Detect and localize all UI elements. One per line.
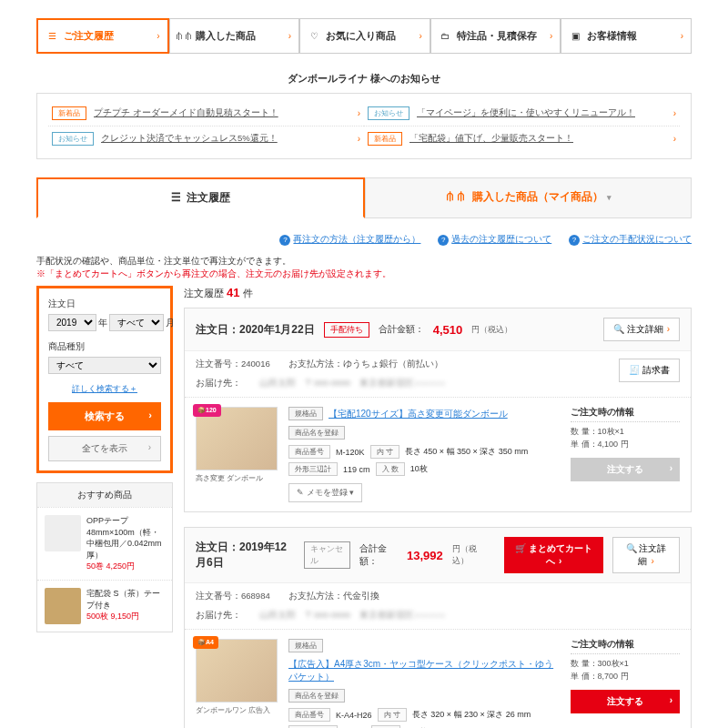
recommend-panel: おすすめ商品 OPPテープ 48mm×100m（軽・中梱包用／0.042mm厚）… xyxy=(36,482,173,632)
side-qty: 数 量：300枚×1 xyxy=(571,658,680,671)
nav-label: 特注品・見積保存 xyxy=(457,29,544,43)
notice-item[interactable]: お知らせクレジット決済でキャッシュレス5%還元！› xyxy=(48,126,364,151)
product-main: 規格品 【宅配120サイズ】高さ変更可能ダンボール 商品名を登録 商品番号M-1… xyxy=(288,407,560,502)
code-value: M-120K xyxy=(336,448,365,457)
code-label: 商品番号 xyxy=(288,708,330,722)
chevron-right-icon: › xyxy=(288,31,291,41)
side-qty: 数 量：10枚×1 xyxy=(571,426,680,439)
product-thumbnail[interactable]: 📦120 xyxy=(196,407,278,470)
product-image-col: 📦A4 ダンボールワン 広告入 xyxy=(196,639,278,728)
notice-link[interactable]: クレジット決済でキャッシュレス5%還元！ xyxy=(101,133,350,145)
order-detail-button[interactable]: 🔍 注文詳細› xyxy=(603,318,680,341)
thumbnail-caption: ダンボールワン 広告入 xyxy=(196,705,278,715)
notice-link[interactable]: 「宅配袋」値下げ、少量販売スタート！ xyxy=(410,133,666,145)
product-main: 規格品 【広告入】A4厚さ3cm・ヤッコ型ケース（クリックポスト・ゆうパケット）… xyxy=(288,639,560,728)
nav-label: 購入した商品 xyxy=(196,29,283,43)
order-detail-button[interactable]: 🔍 注文詳細› xyxy=(612,537,680,573)
nav-tab-お客様情報[interactable]: ▣お客様情報› xyxy=(561,18,692,54)
register-name-chip[interactable]: 商品名を登録 xyxy=(288,689,345,703)
product-image-col: 📦120 高さ変更 ダンボール xyxy=(196,407,278,502)
memo-button[interactable]: ✎ メモを登録 ▾ xyxy=(288,483,362,502)
deliver-to: お届け先： xyxy=(196,610,241,622)
qty-value: 10枚 xyxy=(410,463,428,475)
total-label: 合計金額： xyxy=(359,542,398,568)
notice-item[interactable]: 新着品プチプチ オーダーメイド自動見積スタート！› xyxy=(48,101,364,126)
question-icon: ? xyxy=(569,235,580,246)
folder-icon: 🗀 xyxy=(439,30,451,43)
tab-label: 注文履歴 xyxy=(187,191,230,204)
help-links: ?再注文の方法（注文履歴から） ?過去の注文履歴について ?ご注文の手配状況につ… xyxy=(36,233,692,246)
badge-info: お知らせ xyxy=(368,106,410,120)
order-header: 注文日：2019年12月6日 キャンセル 合計金額： 13,992 円（税込） … xyxy=(185,528,691,583)
tab-order-history[interactable]: ☰注文履歴 xyxy=(36,177,365,218)
side-price: 単 価：8,700 円 xyxy=(571,671,680,683)
order-card: 注文日：2019年12月6日 キャンセル 合計金額： 13,992 円（税込） … xyxy=(184,527,692,728)
detail-search-link[interactable]: 詳しく検索する＋ xyxy=(48,383,161,395)
size-value: 長さ 450 × 幅 350 × 深さ 350 mm xyxy=(405,446,529,458)
question-icon: ? xyxy=(438,235,449,246)
notice-link[interactable]: プチプチ オーダーメイド自動見積スタート！ xyxy=(94,107,350,119)
size-label: 内 寸 xyxy=(370,445,399,459)
deliver-to: お届け先： xyxy=(196,378,241,389)
order-deliver: お届け先：山田太郎 〒000-0000 東京都新宿区○○○○○○ xyxy=(185,610,691,629)
tab-purchased[interactable]: ⫛⫛購入した商品（マイ商品） ▾ xyxy=(365,177,692,218)
code-value: K-A4-H26 xyxy=(336,711,372,720)
tab-label: 購入した商品（マイ商品） xyxy=(472,190,603,203)
search-button[interactable]: 検索する› xyxy=(48,402,161,430)
payment-method: お支払方法：ゆうちょ銀行（前払い） xyxy=(288,359,443,370)
chevron-right-icon: › xyxy=(673,134,676,144)
total-tax: 円（税込） xyxy=(452,543,486,567)
type-select[interactable]: すべて xyxy=(48,357,161,374)
side-title: ご注文時の情報 xyxy=(571,639,680,654)
help-link-status[interactable]: ?ご注文の手配状況について xyxy=(569,234,692,244)
payment-method: お支払方法：代金引換 xyxy=(288,591,379,602)
badge-info: お知らせ xyxy=(52,132,94,146)
order-deliver: お届け先：山田太郎 〒000-0000 東京都新宿区○○○○○○ xyxy=(185,378,691,397)
chevron-right-icon: › xyxy=(419,31,421,41)
edge-value: 119 cm xyxy=(343,465,370,474)
product-title-link[interactable]: 【広告入】A4厚さ3cm・ヤッコ型ケース（クリックポスト・ゆうパケット） xyxy=(288,658,560,683)
deliver-address: 山田太郎 〒000-0000 東京都新宿区○○○○○○ xyxy=(259,610,446,622)
product-tag: 規格品 xyxy=(288,639,323,652)
chevron-right-icon: › xyxy=(651,556,653,566)
nav-label: ご注文履歴 xyxy=(64,29,151,43)
nav-tab-お気に入り商品[interactable]: ♡お気に入り商品› xyxy=(299,18,430,54)
notice-box: 新着品プチプチ オーダーメイド自動見積スタート！› お知らせ「マイページ」を便利… xyxy=(36,93,692,159)
notice-link[interactable]: 「マイページ」を便利に・使いやすくリニューアル！ xyxy=(417,107,666,119)
order-button[interactable]: 注文する› xyxy=(571,458,680,481)
order-date: 注文日：2019年12月6日 xyxy=(196,540,295,571)
help-link-reorder[interactable]: ?再注文の方法（注文履歴から） xyxy=(279,234,420,244)
nav-tab-ご注文履歴[interactable]: ☰ご注文履歴› xyxy=(36,18,169,54)
product-title-link[interactable]: 【宅配120サイズ】高さ変更可能ダンボール xyxy=(329,408,508,420)
chevron-right-icon: › xyxy=(358,134,360,144)
search-panel: 注文日 2019年 すべて月 商品種別 すべて 詳しく検索する＋ 検索する› 全… xyxy=(36,286,173,473)
product-row: 📦A4 ダンボールワン 広告入 規格品 【広告入】A4厚さ3cm・ヤッコ型ケース… xyxy=(185,629,691,728)
chevron-right-icon: › xyxy=(667,324,670,334)
help-link-past[interactable]: ?過去の注文履歴について xyxy=(438,234,551,244)
order-subinfo: 注文番号：240016 お支払方法：ゆうちょ銀行（前払い）🧾 請求書 xyxy=(185,351,691,378)
list-icon: ☰ xyxy=(46,30,58,43)
notice-item[interactable]: 新着品「宅配袋」値下げ、少量販売スタート！› xyxy=(364,126,680,151)
edge-label: 外形三辺計 xyxy=(288,462,338,476)
total-label: 合計金額： xyxy=(379,323,424,336)
order-date-label: 注文日 xyxy=(48,298,161,310)
show-all-button[interactable]: 全てを表示› xyxy=(48,436,161,461)
nav-tab-特注品・見積保存[interactable]: 🗀特注品・見積保存› xyxy=(430,18,561,54)
recommend-item[interactable]: 宅配袋 S（茶）テープ付き500枚 9,150円 xyxy=(37,580,172,632)
add-all-to-cart-button[interactable]: 🛒 まとめてカートへ› xyxy=(504,537,603,573)
year-select[interactable]: 2019 xyxy=(48,314,96,331)
recommend-item[interactable]: OPPテープ 48mm×100m（軽・中梱包用／0.042mm厚）50巻 4,2… xyxy=(37,507,172,580)
side-title: ご注文時の情報 xyxy=(571,407,680,422)
order-card: 注文日：2020年1月22日 手配待ち 合計金額： 4,510 円（税込） 🔍 … xyxy=(184,308,692,512)
size-badge-icon: 📦120 xyxy=(193,404,221,417)
order-header: 注文日：2020年1月22日 手配待ち 合計金額： 4,510 円（税込） 🔍 … xyxy=(185,308,691,351)
notice-item[interactable]: お知らせ「マイページ」を便利に・使いやすくリニューアル！› xyxy=(364,101,680,126)
chevron-right-icon: › xyxy=(148,442,151,452)
product-thumbnail[interactable]: 📦A4 xyxy=(196,639,278,703)
order-button[interactable]: 注文する› xyxy=(571,690,680,713)
month-select[interactable]: すべて xyxy=(109,314,164,331)
nav-tab-購入した商品[interactable]: ⫛⫛購入した商品› xyxy=(169,18,300,54)
chevron-right-icon: › xyxy=(358,108,360,118)
product-thumbnail xyxy=(45,588,81,624)
register-name-chip[interactable]: 商品名を登録 xyxy=(288,426,345,440)
